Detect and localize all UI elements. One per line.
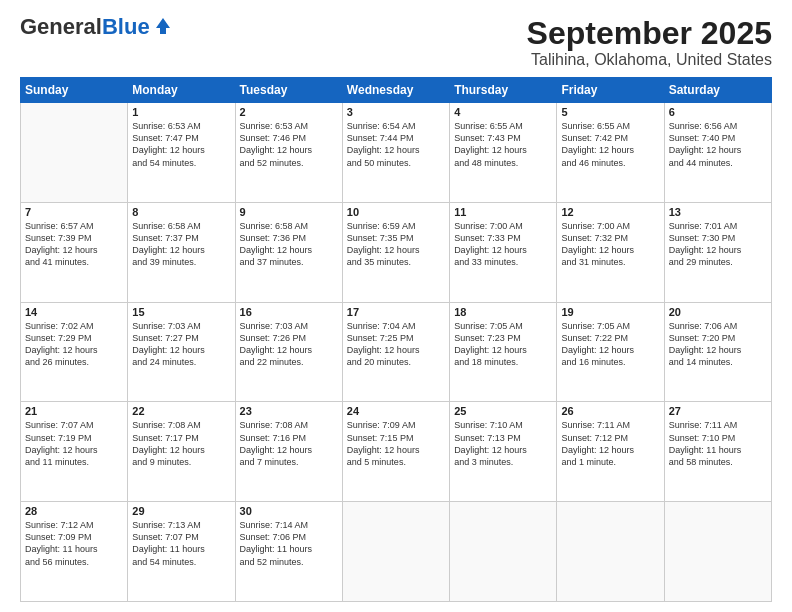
calendar-cell: 10Sunrise: 6:59 AM Sunset: 7:35 PM Dayli… <box>342 202 449 302</box>
day-number: 24 <box>347 405 445 417</box>
calendar-cell: 28Sunrise: 7:12 AM Sunset: 7:09 PM Dayli… <box>21 502 128 602</box>
day-info: Sunrise: 7:08 AM Sunset: 7:16 PM Dayligh… <box>240 419 338 468</box>
day-info: Sunrise: 7:11 AM Sunset: 7:10 PM Dayligh… <box>669 419 767 468</box>
calendar-week-4: 21Sunrise: 7:07 AM Sunset: 7:19 PM Dayli… <box>21 402 772 502</box>
day-info: Sunrise: 7:11 AM Sunset: 7:12 PM Dayligh… <box>561 419 659 468</box>
day-number: 5 <box>561 106 659 118</box>
calendar-cell: 27Sunrise: 7:11 AM Sunset: 7:10 PM Dayli… <box>664 402 771 502</box>
calendar-week-5: 28Sunrise: 7:12 AM Sunset: 7:09 PM Dayli… <box>21 502 772 602</box>
calendar-cell: 14Sunrise: 7:02 AM Sunset: 7:29 PM Dayli… <box>21 302 128 402</box>
calendar-body: 1Sunrise: 6:53 AM Sunset: 7:47 PM Daylig… <box>21 103 772 602</box>
calendar-week-3: 14Sunrise: 7:02 AM Sunset: 7:29 PM Dayli… <box>21 302 772 402</box>
calendar-cell: 24Sunrise: 7:09 AM Sunset: 7:15 PM Dayli… <box>342 402 449 502</box>
day-number: 14 <box>25 306 123 318</box>
day-info: Sunrise: 6:54 AM Sunset: 7:44 PM Dayligh… <box>347 120 445 169</box>
day-info: Sunrise: 7:00 AM Sunset: 7:32 PM Dayligh… <box>561 220 659 269</box>
col-thursday: Thursday <box>450 78 557 103</box>
calendar-cell: 25Sunrise: 7:10 AM Sunset: 7:13 PM Dayli… <box>450 402 557 502</box>
logo-text: GeneralBlue <box>20 16 150 38</box>
day-info: Sunrise: 7:13 AM Sunset: 7:07 PM Dayligh… <box>132 519 230 568</box>
page: GeneralBlue September 2025 Talihina, Okl… <box>0 0 792 612</box>
day-number: 16 <box>240 306 338 318</box>
calendar-cell: 15Sunrise: 7:03 AM Sunset: 7:27 PM Dayli… <box>128 302 235 402</box>
calendar-cell: 23Sunrise: 7:08 AM Sunset: 7:16 PM Dayli… <box>235 402 342 502</box>
calendar-week-1: 1Sunrise: 6:53 AM Sunset: 7:47 PM Daylig… <box>21 103 772 203</box>
day-number: 30 <box>240 505 338 517</box>
calendar-title: September 2025 <box>527 16 772 51</box>
col-sunday: Sunday <box>21 78 128 103</box>
calendar-cell: 16Sunrise: 7:03 AM Sunset: 7:26 PM Dayli… <box>235 302 342 402</box>
calendar-cell: 3Sunrise: 6:54 AM Sunset: 7:44 PM Daylig… <box>342 103 449 203</box>
calendar-cell: 5Sunrise: 6:55 AM Sunset: 7:42 PM Daylig… <box>557 103 664 203</box>
calendar-cell: 13Sunrise: 7:01 AM Sunset: 7:30 PM Dayli… <box>664 202 771 302</box>
day-info: Sunrise: 7:07 AM Sunset: 7:19 PM Dayligh… <box>25 419 123 468</box>
day-info: Sunrise: 7:09 AM Sunset: 7:15 PM Dayligh… <box>347 419 445 468</box>
calendar-cell: 18Sunrise: 7:05 AM Sunset: 7:23 PM Dayli… <box>450 302 557 402</box>
day-number: 13 <box>669 206 767 218</box>
day-number: 12 <box>561 206 659 218</box>
day-info: Sunrise: 7:05 AM Sunset: 7:23 PM Dayligh… <box>454 320 552 369</box>
calendar-cell: 11Sunrise: 7:00 AM Sunset: 7:33 PM Dayli… <box>450 202 557 302</box>
calendar-header: Sunday Monday Tuesday Wednesday Thursday… <box>21 78 772 103</box>
calendar-cell: 8Sunrise: 6:58 AM Sunset: 7:37 PM Daylig… <box>128 202 235 302</box>
title-block: September 2025 Talihina, Oklahoma, Unite… <box>527 16 772 69</box>
calendar-subtitle: Talihina, Oklahoma, United States <box>527 51 772 69</box>
day-info: Sunrise: 7:06 AM Sunset: 7:20 PM Dayligh… <box>669 320 767 369</box>
day-number: 11 <box>454 206 552 218</box>
col-tuesday: Tuesday <box>235 78 342 103</box>
day-info: Sunrise: 7:02 AM Sunset: 7:29 PM Dayligh… <box>25 320 123 369</box>
day-info: Sunrise: 7:08 AM Sunset: 7:17 PM Dayligh… <box>132 419 230 468</box>
day-info: Sunrise: 6:57 AM Sunset: 7:39 PM Dayligh… <box>25 220 123 269</box>
calendar-cell: 1Sunrise: 6:53 AM Sunset: 7:47 PM Daylig… <box>128 103 235 203</box>
calendar-cell: 19Sunrise: 7:05 AM Sunset: 7:22 PM Dayli… <box>557 302 664 402</box>
day-number: 19 <box>561 306 659 318</box>
day-info: Sunrise: 7:03 AM Sunset: 7:27 PM Dayligh… <box>132 320 230 369</box>
day-number: 18 <box>454 306 552 318</box>
col-monday: Monday <box>128 78 235 103</box>
day-info: Sunrise: 6:55 AM Sunset: 7:43 PM Dayligh… <box>454 120 552 169</box>
col-friday: Friday <box>557 78 664 103</box>
day-info: Sunrise: 7:05 AM Sunset: 7:22 PM Dayligh… <box>561 320 659 369</box>
day-info: Sunrise: 7:10 AM Sunset: 7:13 PM Dayligh… <box>454 419 552 468</box>
day-number: 28 <box>25 505 123 517</box>
day-number: 10 <box>347 206 445 218</box>
day-number: 27 <box>669 405 767 417</box>
calendar-cell: 26Sunrise: 7:11 AM Sunset: 7:12 PM Dayli… <box>557 402 664 502</box>
calendar-cell: 29Sunrise: 7:13 AM Sunset: 7:07 PM Dayli… <box>128 502 235 602</box>
calendar-cell <box>342 502 449 602</box>
day-info: Sunrise: 7:01 AM Sunset: 7:30 PM Dayligh… <box>669 220 767 269</box>
calendar-cell: 12Sunrise: 7:00 AM Sunset: 7:32 PM Dayli… <box>557 202 664 302</box>
day-number: 7 <box>25 206 123 218</box>
day-info: Sunrise: 6:55 AM Sunset: 7:42 PM Dayligh… <box>561 120 659 169</box>
day-number: 4 <box>454 106 552 118</box>
day-info: Sunrise: 6:58 AM Sunset: 7:37 PM Dayligh… <box>132 220 230 269</box>
day-number: 15 <box>132 306 230 318</box>
calendar-cell: 17Sunrise: 7:04 AM Sunset: 7:25 PM Dayli… <box>342 302 449 402</box>
calendar-cell: 30Sunrise: 7:14 AM Sunset: 7:06 PM Dayli… <box>235 502 342 602</box>
day-info: Sunrise: 6:53 AM Sunset: 7:46 PM Dayligh… <box>240 120 338 169</box>
calendar-cell: 22Sunrise: 7:08 AM Sunset: 7:17 PM Dayli… <box>128 402 235 502</box>
day-number: 17 <box>347 306 445 318</box>
day-number: 9 <box>240 206 338 218</box>
calendar-cell: 7Sunrise: 6:57 AM Sunset: 7:39 PM Daylig… <box>21 202 128 302</box>
logo-icon <box>152 14 174 36</box>
logo: GeneralBlue <box>20 16 174 38</box>
day-info: Sunrise: 7:03 AM Sunset: 7:26 PM Dayligh… <box>240 320 338 369</box>
calendar-cell: 9Sunrise: 6:58 AM Sunset: 7:36 PM Daylig… <box>235 202 342 302</box>
header: GeneralBlue September 2025 Talihina, Okl… <box>20 16 772 69</box>
day-number: 21 <box>25 405 123 417</box>
header-row: Sunday Monday Tuesday Wednesday Thursday… <box>21 78 772 103</box>
svg-marker-0 <box>156 18 170 34</box>
calendar-cell: 2Sunrise: 6:53 AM Sunset: 7:46 PM Daylig… <box>235 103 342 203</box>
calendar-cell <box>664 502 771 602</box>
day-info: Sunrise: 7:00 AM Sunset: 7:33 PM Dayligh… <box>454 220 552 269</box>
calendar-cell: 20Sunrise: 7:06 AM Sunset: 7:20 PM Dayli… <box>664 302 771 402</box>
calendar-cell: 21Sunrise: 7:07 AM Sunset: 7:19 PM Dayli… <box>21 402 128 502</box>
day-number: 3 <box>347 106 445 118</box>
day-info: Sunrise: 7:04 AM Sunset: 7:25 PM Dayligh… <box>347 320 445 369</box>
day-number: 6 <box>669 106 767 118</box>
day-number: 23 <box>240 405 338 417</box>
day-number: 1 <box>132 106 230 118</box>
day-number: 2 <box>240 106 338 118</box>
day-info: Sunrise: 7:12 AM Sunset: 7:09 PM Dayligh… <box>25 519 123 568</box>
